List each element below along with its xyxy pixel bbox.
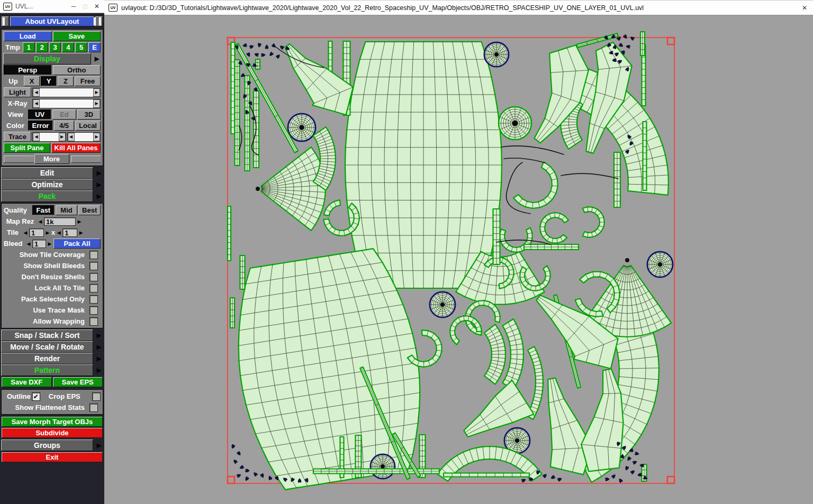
trace-slider2-right-icon[interactable]: ▶ — [93, 133, 100, 141]
up-z-toggle[interactable]: Z — [58, 76, 74, 86]
move-expand-icon[interactable]: ▶ — [95, 343, 103, 351]
uv-edge-curve[interactable] — [504, 158, 545, 163]
pack-expand-icon[interactable]: ▶ — [95, 193, 103, 200]
uv-shell-strip[interactable] — [614, 152, 620, 207]
uv-shell-fan[interactable] — [256, 147, 326, 231]
light-slider-track[interactable] — [40, 88, 93, 97]
view-ed-toggle[interactable]: Ed — [52, 109, 76, 120]
main-window-titlebar[interactable]: UV uvlayout: D:/3D/3D_Tutorials/Lightwav… — [104, 0, 813, 15]
trace-slider-1[interactable]: ◀ ▶ — [32, 132, 66, 142]
up-free-toggle[interactable]: Free — [75, 76, 101, 86]
tmp-4-button[interactable]: 4 — [62, 42, 74, 52]
quality-best-toggle[interactable]: Best — [78, 205, 101, 215]
tmp-3-button[interactable]: 3 — [49, 42, 61, 52]
color-local-toggle[interactable]: Local — [75, 121, 101, 131]
persp-toggle[interactable]: Persp — [4, 65, 52, 75]
uv-shell-band[interactable] — [450, 316, 482, 344]
trace-button[interactable]: Trace — [4, 132, 31, 142]
uv-shell-disc[interactable] — [484, 42, 509, 67]
light-slider-right-icon[interactable]: ▶ — [93, 88, 100, 97]
crop-eps-checkbox[interactable] — [92, 392, 101, 401]
quality-fast-toggle[interactable]: Fast — [32, 205, 55, 215]
bleed-field[interactable]: 1 — [32, 240, 46, 248]
uv-shell-strip[interactable] — [643, 122, 647, 190]
xray-slider[interactable]: ◀ ▶ — [32, 99, 101, 108]
tile-x-field[interactable]: 1 — [29, 228, 44, 237]
uv-shell-tube[interactable] — [581, 369, 623, 471]
uv-shell-strip[interactable] — [524, 244, 579, 250]
tmp-1-button[interactable]: 1 — [23, 42, 35, 52]
uv-shell-band[interactable] — [540, 213, 568, 243]
subdivide-button[interactable]: Subdivide — [2, 428, 103, 438]
ortho-toggle[interactable]: Ortho — [53, 65, 101, 75]
uv-shell-strip[interactable] — [245, 76, 250, 171]
up-x-toggle[interactable]: X — [24, 76, 40, 86]
save-dxf-button[interactable]: Save DXF — [2, 377, 52, 387]
dock-right-button[interactable]: ▍▍ — [95, 16, 103, 26]
light-slider-left-icon[interactable]: ◀ — [33, 88, 40, 97]
optimize-expand-icon[interactable]: ▶ — [95, 181, 103, 188]
trace-slider2-left-icon[interactable]: ◀ — [68, 133, 75, 141]
up-y-toggle[interactable]: Y — [41, 76, 57, 86]
quality-mid-toggle[interactable]: Mid — [56, 205, 78, 215]
uv-shell-disc[interactable] — [371, 454, 395, 479]
uv-shell-strip[interactable] — [313, 469, 439, 474]
uv-shell-band[interactable] — [324, 200, 340, 216]
save-eps-button[interactable]: Save EPS — [53, 377, 103, 387]
uv-shell-tube[interactable] — [464, 380, 534, 437]
save-morph-target-objs-button[interactable]: Save Morph Target OBJs — [2, 417, 103, 427]
uv-shell-strip[interactable] — [444, 473, 529, 477]
xray-slider-left-icon[interactable]: ◀ — [33, 99, 40, 108]
uv-shell-strip[interactable] — [228, 206, 231, 261]
uv-shell-disc[interactable] — [499, 107, 531, 140]
uv-editor-viewport[interactable] — [104, 15, 813, 504]
trace-slider2-track[interactable] — [75, 133, 94, 141]
render-expand-icon[interactable]: ▶ — [95, 355, 103, 362]
tile-x-dec-icon[interactable]: ◀ — [23, 230, 28, 235]
tmp-2-button[interactable]: 2 — [36, 42, 48, 52]
uv-edge-curve[interactable] — [561, 173, 618, 179]
tile-y-inc-icon[interactable]: ▶ — [78, 230, 84, 235]
uv-shell-strip[interactable] — [240, 255, 245, 289]
trace-slider1-track[interactable] — [40, 133, 59, 141]
uv-shell-disc[interactable] — [288, 114, 315, 141]
show-flattened-stats-checkbox[interactable] — [89, 404, 98, 412]
allow-wrapping-checkbox[interactable] — [89, 317, 98, 326]
close-icon[interactable]: ✕ — [800, 4, 809, 12]
uv-shell-band[interactable] — [583, 207, 604, 237]
trace-slider1-left-icon[interactable]: ◀ — [33, 133, 40, 141]
tile-y-dec-icon[interactable]: ◀ — [56, 230, 61, 235]
move-scale-rotate-section-button[interactable]: Move / Scale / Rotate — [1, 341, 93, 353]
edit-expand-icon[interactable]: ▶ — [95, 169, 103, 177]
uv-shell-band[interactable] — [513, 162, 558, 208]
bleed-inc-icon[interactable]: ▶ — [47, 241, 52, 246]
show-tile-coverage-checkbox[interactable] — [89, 251, 98, 259]
uv-shell-disc[interactable] — [647, 252, 673, 277]
xray-slider-track[interactable] — [40, 99, 93, 108]
uv-edge-curve[interactable] — [501, 146, 564, 154]
uv-shell-strip[interactable] — [640, 32, 645, 56]
tool-window-titlebar[interactable]: UV UVL... ─ □ ✕ — [0, 0, 104, 13]
trace-slider-2[interactable]: ◀ ▶ — [67, 132, 101, 142]
xray-slider-right-icon[interactable]: ▶ — [93, 99, 100, 108]
uv-shell-disc[interactable] — [430, 292, 455, 317]
groups-section-button[interactable]: Groups — [1, 439, 93, 451]
color-error-toggle[interactable]: Error — [28, 121, 53, 131]
view-uv-toggle[interactable]: UV — [28, 109, 51, 120]
save-button[interactable]: Save — [53, 31, 101, 41]
snap-expand-icon[interactable]: ▶ — [95, 332, 103, 339]
uv-map-canvas[interactable] — [104, 15, 813, 504]
tile-y-field[interactable]: 1 — [62, 228, 77, 237]
map-rez-dec-icon[interactable]: ◀ — [38, 219, 43, 224]
uv-shell-barrel[interactable] — [239, 249, 420, 490]
split-pane-button[interactable]: Split Pane — [4, 143, 50, 153]
tmp-5-button[interactable]: 5 — [75, 42, 87, 52]
display-section-button[interactable]: Display — [3, 53, 91, 65]
edit-section-button[interactable]: Edit — [1, 167, 93, 179]
uv-shell-strip[interactable] — [230, 298, 234, 328]
kill-all-panes-button[interactable]: Kill All Panes — [51, 143, 101, 153]
map-rez-field[interactable]: 1k — [44, 217, 76, 226]
more-button[interactable]: More — [34, 154, 69, 164]
pack-all-button[interactable]: Pack All — [53, 239, 101, 249]
show-shell-bleeds-checkbox[interactable] — [89, 262, 98, 270]
